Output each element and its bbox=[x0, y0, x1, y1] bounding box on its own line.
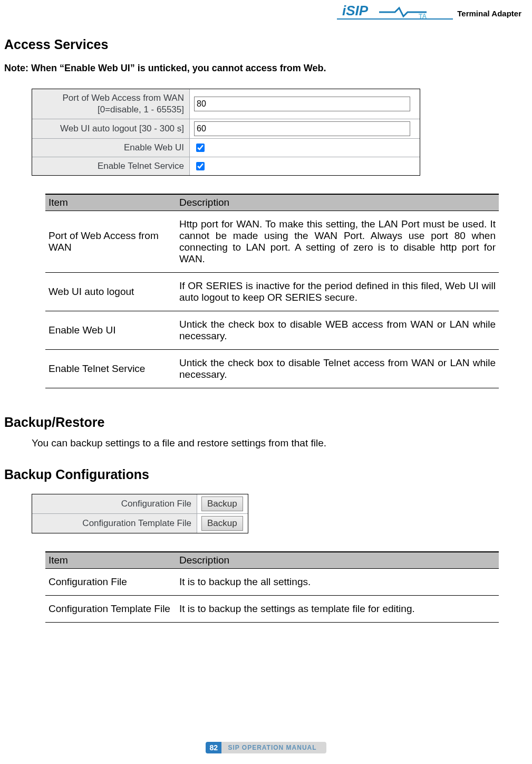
checkbox-input[interactable] bbox=[196, 162, 205, 170]
description-cell: It is to backup the settings as template… bbox=[176, 596, 499, 623]
form-value-cell bbox=[190, 139, 420, 157]
description-cell: If OR SERIES is inactive for the period … bbox=[176, 273, 499, 311]
item-cell: Web UI auto logout bbox=[45, 273, 176, 311]
page-number: 82 bbox=[206, 742, 221, 753]
access-services-form: Port of Web Access from WAN[0=disable, 1… bbox=[32, 89, 420, 176]
table-row: Configuration FileIt is to backup the al… bbox=[45, 569, 499, 596]
form-row: Web UI auto logout [30 - 300 s] bbox=[32, 119, 420, 139]
form-row: Enable Telnet Service bbox=[32, 157, 420, 175]
table-header: Description bbox=[176, 194, 499, 211]
table-header: Item bbox=[45, 552, 176, 569]
table-row: Web UI auto logoutIf OR SERIES is inacti… bbox=[45, 273, 499, 311]
heading-backup-restore: Backup/Restore bbox=[4, 415, 528, 430]
description-cell: Untick the check box to disable Telnet a… bbox=[176, 350, 499, 388]
svg-rect-0 bbox=[337, 18, 453, 20]
item-cell: Enable Web UI bbox=[45, 311, 176, 350]
backup-intro-text: You can backup settings to a file and re… bbox=[32, 437, 528, 449]
text-input[interactable] bbox=[194, 121, 410, 136]
form-value-cell: Backup bbox=[197, 494, 248, 513]
item-cell: Configuration Template File bbox=[45, 596, 176, 623]
text-input[interactable] bbox=[194, 97, 410, 111]
note-enable-web-ui: Note: When “Enable Web UI” is unticked, … bbox=[4, 63, 528, 74]
form-row: Configuration FileBackup bbox=[32, 494, 248, 514]
form-label: Web UI auto logout [30 - 300 s] bbox=[32, 119, 190, 138]
svg-text:TA: TA bbox=[419, 13, 427, 20]
access-services-description-table: ItemDescriptionPort of Web Access from W… bbox=[45, 194, 499, 388]
form-label: Configuration File bbox=[32, 494, 197, 513]
form-value-cell bbox=[190, 157, 420, 175]
checkbox-input[interactable] bbox=[196, 144, 205, 152]
description-cell: Untick the check box to disable WEB acce… bbox=[176, 311, 499, 350]
sip-logo: iSIP TA bbox=[337, 3, 453, 24]
table-row: Port of Web Access from WANHttp port for… bbox=[45, 211, 499, 273]
form-label: Enable Telnet Service bbox=[32, 157, 190, 175]
item-cell: Port of Web Access from WAN bbox=[45, 211, 176, 273]
form-value-cell bbox=[190, 119, 420, 138]
form-row: Port of Web Access from WAN[0=disable, 1… bbox=[32, 89, 420, 119]
table-row: Enable Telnet ServiceUntick the check bo… bbox=[45, 350, 499, 388]
header-logo-area: iSIP TA Terminal Adapter bbox=[337, 3, 521, 24]
backup-button[interactable]: Backup bbox=[201, 516, 243, 531]
manual-name: SIP OPERATION MANUAL bbox=[221, 742, 326, 753]
form-value-cell: Backup bbox=[197, 514, 248, 533]
backup-configurations-form: Configuration FileBackupConfiguration Te… bbox=[32, 494, 248, 533]
table-header: Item bbox=[45, 194, 176, 211]
svg-text:iSIP: iSIP bbox=[342, 3, 369, 18]
form-row: Enable Web UI bbox=[32, 139, 420, 157]
heading-access-services: Access Services bbox=[4, 37, 528, 52]
form-label: Enable Web UI bbox=[32, 139, 190, 157]
description-cell: It is to backup the all settings. bbox=[176, 569, 499, 596]
backup-button[interactable]: Backup bbox=[201, 496, 243, 511]
table-row: Enable Web UIUntick the check box to dis… bbox=[45, 311, 499, 350]
form-row: Configuration Template FileBackup bbox=[32, 514, 248, 533]
item-cell: Enable Telnet Service bbox=[45, 350, 176, 388]
logo-text: Terminal Adapter bbox=[457, 9, 521, 18]
item-cell: Configuration File bbox=[45, 569, 176, 596]
description-cell: Http port for WAN. To make this setting,… bbox=[176, 211, 499, 273]
heading-backup-configurations: Backup Configurations bbox=[4, 467, 528, 482]
form-label: Configuration Template File bbox=[32, 514, 197, 533]
form-value-cell bbox=[190, 89, 420, 119]
table-header: Description bbox=[176, 552, 499, 569]
form-label: Port of Web Access from WAN[0=disable, 1… bbox=[32, 89, 190, 119]
table-row: Configuration Template FileIt is to back… bbox=[45, 596, 499, 623]
page-footer: 82 SIP OPERATION MANUAL bbox=[0, 742, 532, 753]
backup-configurations-description-table: ItemDescriptionConfiguration FileIt is t… bbox=[45, 551, 499, 623]
page-badge: 82 SIP OPERATION MANUAL bbox=[206, 742, 326, 753]
